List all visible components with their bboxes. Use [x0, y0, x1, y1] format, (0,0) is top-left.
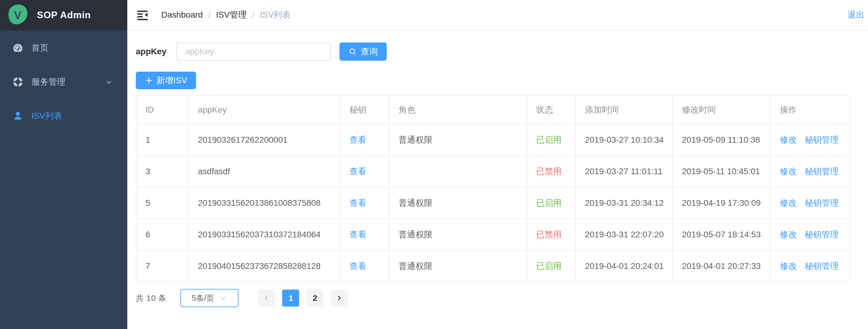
table-header-row: ID appKey 秘钥 角色 状态 添加时间 修改时间 操作 — [136, 95, 850, 124]
cell-appkey: 20190331562013861008375808 — [188, 187, 340, 219]
cell-id: 3 — [136, 156, 188, 187]
cell-role: 普通权限 — [389, 187, 527, 219]
cell-modified-time: 2019-05-07 18:14:53 — [673, 219, 770, 250]
cell-added-time: 2019-04-01 20:24:01 — [576, 250, 673, 282]
col-header-actions: 操作 — [770, 95, 850, 124]
sidebar-item-label: ISV列表 — [32, 110, 62, 122]
sidebar-item-home[interactable]: 首页 — [0, 31, 127, 65]
page-content: appKey 查询 — [127, 30, 868, 307]
sidebar-item-isv-list[interactable]: ISV列表 — [0, 99, 127, 133]
status-badge: 已禁用 — [536, 167, 562, 176]
cell-id: 7 — [136, 250, 188, 282]
search-button[interactable]: 查询 — [339, 43, 387, 61]
logo-letter: V — [14, 9, 22, 22]
cell-id: 6 — [136, 219, 188, 250]
status-badge: 已启用 — [536, 135, 562, 144]
chevron-down-icon — [219, 294, 227, 302]
secret-manage-link[interactable]: 秘钥管理 — [805, 198, 839, 208]
breadcrumb-isv-manage[interactable]: ISV管理 — [216, 9, 247, 21]
edit-link[interactable]: 修改 — [780, 230, 797, 239]
view-secret-link[interactable]: 查看 — [349, 261, 366, 271]
appkey-input[interactable] — [177, 43, 331, 61]
cell-role: 普通权限 — [389, 219, 527, 250]
breadcrumb-separator: / — [252, 10, 255, 20]
status-badge: 已禁用 — [536, 230, 562, 239]
plus-icon — [145, 77, 153, 84]
user-icon — [12, 110, 24, 122]
edit-link[interactable]: 修改 — [780, 261, 797, 271]
col-header-added-time: 添加时间 — [576, 95, 673, 124]
table-row: 5 20190331562013861008375808 查看 普通权限 已启用… — [136, 187, 850, 219]
chevron-left-icon — [262, 294, 270, 302]
sidebar-item-services[interactable]: 服务管理 — [0, 65, 127, 99]
edit-link[interactable]: 修改 — [780, 167, 797, 176]
page-button-2[interactable]: 2 — [306, 290, 323, 306]
table-row: 6 20190331562037310372184064 查看 普通权限 已禁用… — [136, 219, 850, 250]
edit-link[interactable]: 修改 — [780, 135, 797, 144]
main-area: Dashboard / ISV管理 / ISV列表 退出 appKey — [127, 0, 868, 329]
cell-appkey: asdfasdf — [188, 156, 340, 187]
page-size-value: 5条/页 — [192, 293, 214, 303]
cell-id: 1 — [136, 124, 188, 156]
sidebar-menu: 首页 服务管理 — [0, 30, 127, 133]
cell-appkey: 20190401562373672858288128 — [188, 250, 340, 282]
col-header-id: ID — [136, 95, 188, 124]
app-logo-icon: V — [7, 3, 30, 27]
cell-role — [389, 156, 527, 187]
isv-table: ID appKey 秘钥 角色 状态 添加时间 修改时间 操作 1 201903… — [136, 95, 851, 282]
secret-manage-link[interactable]: 秘钥管理 — [805, 230, 839, 239]
search-form: appKey 查询 — [136, 43, 860, 61]
app-title: SOP Admin — [37, 10, 91, 21]
col-header-modified-time: 修改时间 — [673, 95, 770, 124]
search-button-label: 查询 — [361, 46, 378, 57]
table-row: 1 2019032617262200001 查看 普通权限 已启用 2019-0… — [136, 124, 850, 156]
cell-added-time: 2019-03-31 20:34:12 — [576, 187, 673, 219]
search-icon — [348, 47, 357, 56]
page-button-1[interactable]: 1 — [282, 290, 299, 306]
cell-appkey: 2019032617262200001 — [188, 124, 340, 156]
col-header-role: 角色 — [389, 95, 527, 124]
secret-manage-link[interactable]: 秘钥管理 — [805, 135, 839, 144]
chevron-down-icon — [104, 77, 113, 86]
view-secret-link[interactable]: 查看 — [349, 198, 366, 208]
cell-modified-time: 2019-04-19 17:30:09 — [673, 187, 770, 219]
hamburger-icon[interactable] — [136, 9, 149, 21]
navbar: Dashboard / ISV管理 / ISV列表 退出 — [127, 0, 868, 30]
view-secret-link[interactable]: 查看 — [349, 230, 366, 239]
pager: 1 2 — [251, 290, 348, 306]
breadcrumb-separator: / — [208, 10, 211, 20]
sidebar-item-label: 服务管理 — [32, 76, 65, 88]
page-size-select[interactable]: 5条/页 — [180, 289, 239, 307]
cell-id: 5 — [136, 187, 188, 219]
col-header-secret: 秘钥 — [340, 95, 389, 124]
breadcrumb: Dashboard / ISV管理 / ISV列表 — [161, 9, 291, 21]
edit-link[interactable]: 修改 — [780, 198, 797, 208]
cell-added-time: 2019-03-27 10:10:34 — [576, 124, 673, 156]
next-page-button[interactable] — [331, 290, 348, 306]
appkey-label: appKey — [136, 47, 166, 56]
view-secret-link[interactable]: 查看 — [349, 167, 366, 176]
cell-modified-time: 2019-05-09 11:10:38 — [673, 124, 770, 156]
sidebar: V SOP Admin 首页 — [0, 0, 127, 329]
breadcrumb-dashboard[interactable]: Dashboard — [161, 10, 203, 20]
status-badge: 已启用 — [536, 198, 562, 208]
prev-page-button[interactable] — [258, 290, 275, 306]
total-count-label: 共 10 条 — [136, 293, 166, 303]
secret-manage-link[interactable]: 秘钥管理 — [805, 261, 839, 271]
col-header-status: 状态 — [527, 95, 576, 124]
status-badge: 已启用 — [536, 261, 562, 271]
add-isv-button[interactable]: 新增ISV — [136, 72, 196, 89]
logo-bar[interactable]: V SOP Admin — [0, 0, 127, 30]
sidebar-item-label: 首页 — [32, 42, 49, 54]
cell-appkey: 20190331562037310372184064 — [188, 219, 340, 250]
logout-link[interactable]: 退出 — [847, 9, 865, 21]
view-secret-link[interactable]: 查看 — [349, 135, 366, 144]
cell-added-time: 2019-03-27 11:01:11 — [576, 156, 673, 187]
cell-modified-time: 2019-05-11 10:45:01 — [673, 156, 770, 187]
table-row: 3 asdfasdf 查看 已禁用 2019-03-27 11:01:11 20… — [136, 156, 850, 187]
chevron-right-icon — [335, 294, 343, 302]
pagination: 共 10 条 5条/页 1 2 — [136, 289, 860, 307]
cell-role: 普通权限 — [389, 250, 527, 282]
cell-role: 普通权限 — [389, 124, 527, 156]
secret-manage-link[interactable]: 秘钥管理 — [805, 167, 839, 176]
